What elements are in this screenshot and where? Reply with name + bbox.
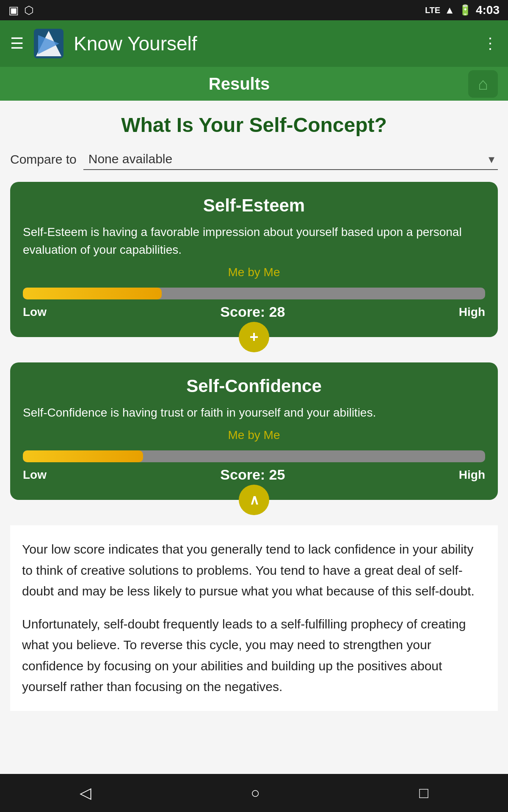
self-confidence-high-label: High	[459, 468, 485, 482]
self-confidence-title: Self-Confidence	[23, 376, 485, 396]
self-esteem-high-label: High	[459, 305, 485, 319]
self-esteem-progress-container: Low Score: 28 High	[23, 288, 485, 320]
compare-row: Compare to None available ▾	[10, 148, 498, 170]
lte-icon: LTE	[425, 5, 440, 15]
self-esteem-title: Self-Esteem	[23, 195, 485, 216]
description-paragraph-1: Your low score indicates that you genera…	[22, 539, 486, 602]
home-button[interactable]: ⌂	[468, 70, 498, 98]
self-esteem-card: Self-Esteem Self-Esteem is having a favo…	[10, 182, 498, 337]
home-nav-button[interactable]: ○	[234, 779, 277, 807]
compare-select[interactable]: None available	[83, 148, 498, 170]
self-confidence-card: Self-Confidence Self-Confidence is havin…	[10, 362, 498, 500]
self-esteem-progress-labels: Low Score: 28 High	[23, 304, 485, 320]
self-confidence-section: Self-Confidence Self-Confidence is havin…	[10, 362, 498, 500]
battery-icon: 🔋	[459, 4, 472, 16]
description-paragraph-2: Unfortunately, self-doubt frequently lea…	[22, 614, 486, 697]
compare-label: Compare to	[10, 152, 77, 167]
results-bar: Results ⌂	[0, 67, 508, 101]
app-bar-left: ☰ Know Yourself	[10, 29, 197, 58]
status-bar-left: ▣ ⬡	[8, 4, 34, 17]
results-title: Results	[10, 74, 468, 93]
sim-icon: ▣	[8, 4, 19, 17]
android-icon: ⬡	[24, 4, 34, 17]
self-confidence-score: Score: 25	[220, 466, 285, 483]
self-esteem-section: Self-Esteem Self-Esteem is having a favo…	[10, 182, 498, 337]
self-esteem-low-label: Low	[23, 305, 47, 319]
bottom-nav: ◁ ○ □	[0, 774, 508, 812]
self-esteem-expand-button[interactable]: +	[239, 322, 269, 352]
status-bar-right: LTE ▲ 🔋 4:03	[425, 3, 500, 17]
app-logo	[34, 29, 64, 58]
self-esteem-score: Score: 28	[220, 304, 285, 320]
self-confidence-expand-button[interactable]: ∧	[239, 485, 269, 515]
self-esteem-progress-fill	[23, 288, 162, 299]
self-confidence-label: Me by Me	[23, 428, 485, 442]
app-bar: ☰ Know Yourself ⋮	[0, 20, 508, 67]
self-esteem-progress-track	[23, 288, 485, 299]
status-bar: ▣ ⬡ LTE ▲ 🔋 4:03	[0, 0, 508, 20]
back-button[interactable]: ◁	[63, 779, 108, 807]
page-heading: What Is Your Self-Concept?	[10, 113, 498, 137]
main-content: What Is Your Self-Concept? Compare to No…	[0, 101, 508, 774]
app-title: Know Yourself	[74, 32, 197, 55]
status-time: 4:03	[476, 3, 500, 17]
compare-select-wrapper: None available ▾	[83, 148, 498, 170]
self-confidence-progress-fill	[23, 450, 143, 462]
self-esteem-label: Me by Me	[23, 266, 485, 279]
self-confidence-description: Self-Confidence is having trust or faith…	[23, 404, 485, 422]
self-confidence-low-label: Low	[23, 468, 47, 482]
home-icon: ⌂	[478, 74, 488, 93]
signal-icon: ▲	[444, 4, 455, 16]
self-confidence-progress-container: Low Score: 25 High	[23, 450, 485, 483]
more-icon[interactable]: ⋮	[483, 35, 498, 52]
self-confidence-progress-track	[23, 450, 485, 462]
self-confidence-progress-labels: Low Score: 25 High	[23, 466, 485, 483]
recent-button[interactable]: □	[402, 779, 445, 807]
self-esteem-description: Self-Esteem is having a favorable impres…	[23, 223, 485, 259]
hamburger-icon[interactable]: ☰	[10, 35, 24, 52]
expanded-description: Your low score indicates that you genera…	[10, 525, 498, 711]
